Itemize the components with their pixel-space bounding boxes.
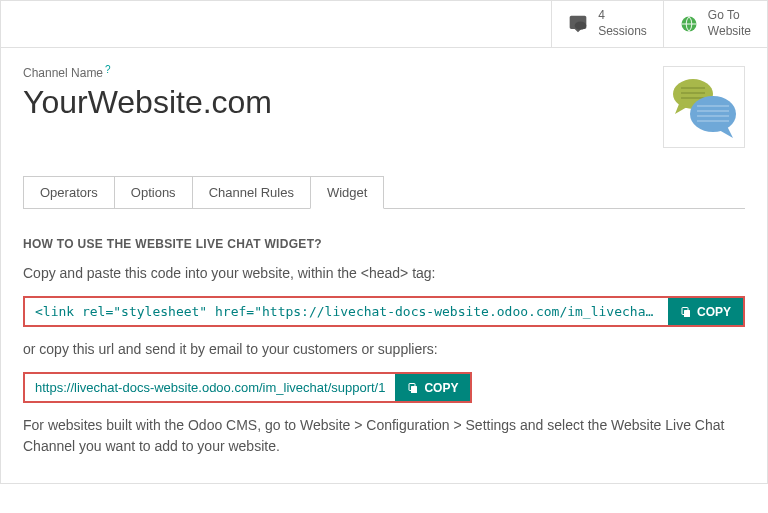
tab-operators[interactable]: Operators xyxy=(23,176,115,209)
svg-point-6 xyxy=(690,96,736,132)
chat-bubbles-icon xyxy=(669,72,739,142)
tab-widget[interactable]: Widget xyxy=(310,176,384,209)
topbar: 4 Sessions Go To Website xyxy=(1,1,767,48)
copy-url-button[interactable]: COPY xyxy=(395,374,470,401)
sessions-button[interactable]: 4 Sessions xyxy=(551,1,663,47)
channel-image[interactable] xyxy=(663,66,745,148)
sessions-count: 4 xyxy=(598,8,647,24)
tabs: Operators Options Channel Rules Widget xyxy=(23,176,745,209)
go-to-website-button[interactable]: Go To Website xyxy=(663,1,767,47)
widget-intro-text: Copy and paste this code into your websi… xyxy=(23,263,745,284)
tab-channel-rules[interactable]: Channel Rules xyxy=(192,176,311,209)
widget-or-text: or copy this url and send it by email to… xyxy=(23,339,745,360)
channel-name-label: Channel Name? xyxy=(23,66,272,80)
copy-icon xyxy=(407,382,419,394)
svg-rect-11 xyxy=(684,310,690,317)
goto-line1: Go To xyxy=(708,8,751,24)
url-row: https://livechat-docs-website.odoo.com/i… xyxy=(23,372,472,403)
support-url[interactable]: https://livechat-docs-website.odoo.com/i… xyxy=(25,374,395,401)
svg-rect-13 xyxy=(411,386,417,393)
channel-name-value[interactable]: YourWebsite.com xyxy=(23,84,272,121)
sessions-label: Sessions xyxy=(598,24,647,38)
widget-footer-text: For websites built with the Odoo CMS, go… xyxy=(23,415,745,457)
widget-section-title: HOW TO USE THE WEBSITE LIVE CHAT WIDGET? xyxy=(23,237,745,251)
copy-code-button[interactable]: COPY xyxy=(668,298,743,325)
globe-icon xyxy=(680,15,698,33)
svg-point-0 xyxy=(575,22,587,30)
tab-options[interactable]: Options xyxy=(114,176,193,209)
help-icon[interactable]: ? xyxy=(105,64,111,75)
code-snippet-row: <link rel="stylesheet" href="https://liv… xyxy=(23,296,745,327)
goto-line2: Website xyxy=(708,24,751,38)
code-snippet[interactable]: <link rel="stylesheet" href="https://liv… xyxy=(25,298,668,325)
comments-icon xyxy=(568,14,588,34)
copy-icon xyxy=(680,306,692,318)
